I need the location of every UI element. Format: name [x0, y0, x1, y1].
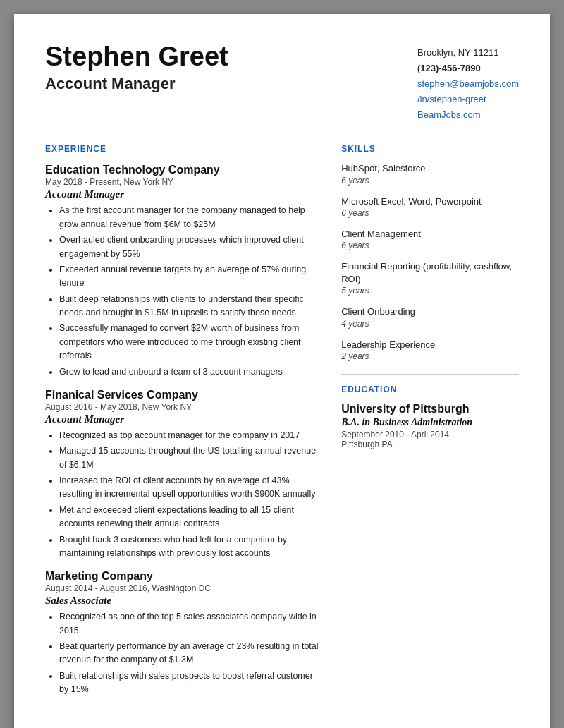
bullet-2-1: Beat quarterly performance by an average…	[59, 640, 320, 667]
bullet-1-0: Recognized as top account manager for th…	[59, 429, 320, 442]
bullet-2-0: Recognized as one of the top 5 sales ass…	[59, 610, 320, 638]
skills-label: SKILLS	[341, 144, 519, 154]
experience-label: EXPERIENCE	[45, 144, 320, 154]
skill-years-4: 4 years	[341, 319, 519, 329]
skill-years-1: 6 years	[341, 208, 519, 218]
exp-dates-1: August 2016 - May 2018, New York NY	[45, 402, 320, 412]
address: Brooklyn, NY 11211	[417, 45, 519, 61]
header-right: Brooklyn, NY 11211 (123)-456-7890 stephe…	[417, 42, 519, 123]
skill-item-2: Client Management6 years	[341, 228, 519, 250]
skill-years-3: 5 years	[341, 286, 519, 296]
right-column: SKILLS HubSpot, Salesforce6 yearsMicroso…	[341, 142, 519, 698]
exp-company-1: Finanical Services Company	[45, 389, 320, 401]
exp-dates-0: May 2018 - Present, New York NY	[45, 177, 320, 187]
bullet-0-5: Grew to lead and onboard a team of 3 acc…	[59, 365, 320, 379]
bullet-1-1: Managed 15 accounts throughout the US to…	[59, 444, 320, 472]
linkedin-link[interactable]: /in/stephen-greet	[417, 94, 486, 104]
edu-dates-0: September 2010 - April 2014	[341, 430, 519, 439]
divider	[341, 374, 519, 375]
header: Stephen Greet Account Manager Brooklyn, …	[45, 42, 519, 123]
exp-entry-0: Education Technology CompanyMay 2018 - P…	[45, 164, 320, 379]
skill-item-3: Financial Reporting (profitability, cash…	[341, 260, 519, 296]
bullet-1-4: Brought back 3 customers who had left fo…	[59, 533, 320, 561]
bullet-1-2: Increased the ROI of client accounts by …	[59, 474, 320, 502]
skill-years-0: 6 years	[341, 176, 519, 186]
bullet-0-1: Overhauled client onboarding processes w…	[59, 233, 320, 261]
exp-bullets-1: Recognized as top account manager for th…	[45, 429, 320, 560]
exp-entry-2: Marketing CompanyAugust 2014 - August 20…	[45, 570, 320, 696]
bullet-2-2: Built relationships with sales prospects…	[59, 669, 320, 697]
bullet-0-4: Successfully managed to convert $2M wort…	[59, 322, 320, 363]
experience-list: Education Technology CompanyMay 2018 - P…	[45, 164, 320, 696]
candidate-title: Account Manager	[45, 75, 228, 93]
experience-column: EXPERIENCE Education Technology CompanyM…	[45, 142, 320, 698]
exp-entry-1: Finanical Services CompanyAugust 2016 - …	[45, 389, 320, 560]
exp-bullets-0: As the first account manager for the com…	[45, 204, 320, 379]
website-link[interactable]: BeamJobs.com	[417, 109, 481, 120]
edu-entry-0: University of PittsburghB.A. in Business…	[341, 403, 519, 449]
skill-name-3: Financial Reporting (profitability, cash…	[341, 260, 519, 286]
skill-name-2: Client Management	[341, 228, 519, 241]
skill-years-5: 2 years	[341, 351, 519, 361]
email-link[interactable]: stephen@beamjobs.com	[417, 78, 519, 89]
skill-name-0: HubSpot, Salesforce	[341, 162, 519, 175]
bullet-1-3: Met and exceeded client expectations lea…	[59, 504, 320, 531]
skill-item-0: HubSpot, Salesforce6 years	[341, 162, 519, 185]
exp-dates-2: August 2014 - August 2016, Washington DC	[45, 583, 320, 593]
education-list: University of PittsburghB.A. in Business…	[341, 403, 519, 449]
exp-role-2: Sales Associate	[45, 595, 320, 607]
edu-school-0: University of Pittsburgh	[341, 403, 519, 415]
header-left: Stephen Greet Account Manager	[45, 42, 228, 93]
candidate-name: Stephen Greet	[45, 42, 228, 72]
bullet-0-3: Built deep relationships with clients to…	[59, 293, 320, 320]
edu-degree-0: B.A. in Business Administration	[341, 417, 519, 428]
skill-item-1: Microsoft Excel, Word, Powerpoint6 years	[341, 195, 519, 218]
skills-list: HubSpot, Salesforce6 yearsMicrosoft Exce…	[341, 162, 519, 360]
edu-location-0: Pittsburgh PA	[341, 439, 519, 449]
education-label: EDUCATION	[341, 384, 519, 394]
bullet-0-0: As the first account manager for the com…	[59, 204, 320, 231]
exp-company-0: Education Technology Company	[45, 164, 320, 176]
skill-years-2: 6 years	[341, 241, 519, 250]
skill-name-5: Leadership Experience	[341, 339, 519, 351]
skill-item-4: Client Onboarding4 years	[341, 305, 519, 328]
phone: (123)-456-7890	[417, 61, 519, 76]
bullet-0-2: Exceeded annual revenue targets by an av…	[59, 263, 320, 291]
skill-name-4: Client Onboarding	[341, 305, 519, 318]
exp-company-2: Marketing Company	[45, 570, 320, 583]
skill-item-5: Leadership Experience2 years	[341, 339, 519, 361]
exp-role-0: Account Manager	[45, 188, 320, 200]
exp-bullets-2: Recognized as one of the top 5 sales ass…	[45, 610, 320, 696]
exp-role-1: Account Manager	[45, 413, 320, 425]
skill-name-1: Microsoft Excel, Word, Powerpoint	[341, 195, 519, 208]
resume-page: Stephen Greet Account Manager Brooklyn, …	[14, 14, 550, 728]
columns: EXPERIENCE Education Technology CompanyM…	[45, 142, 519, 698]
